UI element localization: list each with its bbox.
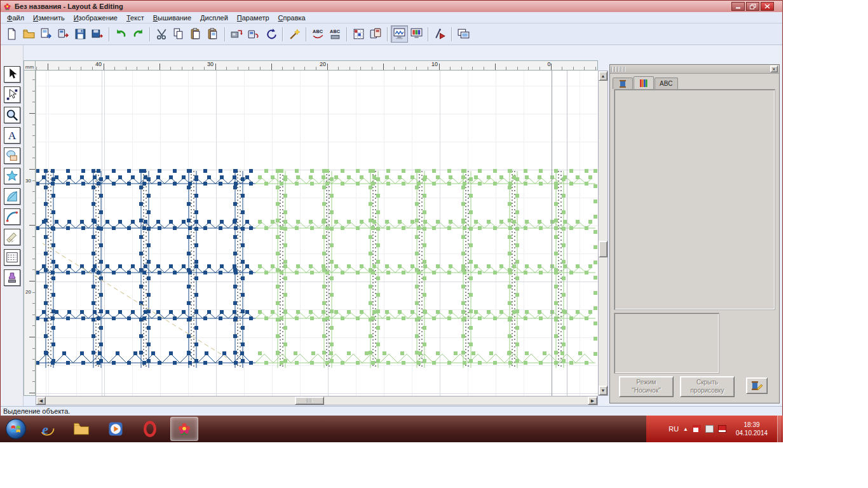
- point-edit-tool-button[interactable]: [4, 86, 20, 103]
- measure-tool-button[interactable]: [4, 229, 20, 245]
- stitch-pattern[interactable]: [36, 71, 598, 396]
- hidden-icons-chevron[interactable]: ▲: [683, 426, 688, 432]
- spool-tab[interactable]: [613, 78, 633, 89]
- wand-button[interactable]: [286, 25, 303, 43]
- tray-icon[interactable]: [705, 425, 714, 433]
- thread-edit-button[interactable]: [746, 377, 768, 394]
- import-card-icon: [57, 27, 70, 41]
- view-real-button[interactable]: [408, 25, 425, 43]
- open-button[interactable]: [20, 25, 37, 43]
- horizontal-scrollbar[interactable]: ◀ ▶: [36, 396, 598, 405]
- menu-item-3[interactable]: Текст: [122, 13, 149, 22]
- abc-tab[interactable]: ABC: [654, 78, 678, 89]
- taskbar-explorer-button[interactable]: [67, 417, 95, 441]
- taskbar-pe-design-button[interactable]: [170, 417, 198, 441]
- panel-close-button[interactable]: ×: [770, 65, 778, 72]
- select-tool-button[interactable]: [4, 66, 20, 83]
- cut-button[interactable]: [153, 25, 170, 43]
- title-bar[interactable]: Без названия - Layout & Editing: [1, 1, 782, 12]
- threads-tab[interactable]: [634, 76, 654, 89]
- shapes-tool-button[interactable]: [4, 147, 20, 164]
- rotate-button[interactable]: [262, 25, 280, 43]
- import-card-button[interactable]: [55, 25, 72, 43]
- import-design-icon: [39, 27, 53, 41]
- panel-title-strip[interactable]: ×: [610, 65, 779, 74]
- toolbar-separator: [451, 27, 452, 41]
- point-edit-icon: [5, 88, 19, 102]
- scroll-left-button[interactable]: ◀: [36, 396, 46, 405]
- copy-button[interactable]: [170, 25, 187, 43]
- clock[interactable]: 18:39 04.10.2014: [731, 421, 773, 437]
- status-text: Выделение объекта.: [3, 407, 70, 415]
- tray-icon[interactable]: [693, 425, 701, 433]
- taskbar-opera-button[interactable]: [136, 417, 164, 441]
- menu-item-4[interactable]: Вышивание: [149, 13, 196, 22]
- view-stitch-button[interactable]: [391, 25, 408, 43]
- card-pair-button[interactable]: [367, 25, 384, 43]
- text-tool-button[interactable]: A: [4, 127, 20, 144]
- restore-icon: [750, 4, 756, 10]
- scroll-up-button[interactable]: ▲: [599, 71, 607, 81]
- vertical-scrollbar[interactable]: ▲ ▼: [598, 71, 608, 396]
- import-design-button[interactable]: [37, 25, 55, 43]
- menu-item-0[interactable]: Файл: [3, 13, 29, 22]
- stitch-tool-button[interactable]: [4, 249, 20, 266]
- design-page-button[interactable]: [455, 25, 472, 43]
- redo-button[interactable]: [130, 25, 147, 43]
- spool-icon: [618, 79, 628, 88]
- hoop-edge-line: [567, 71, 567, 396]
- star-tool-button[interactable]: [4, 168, 20, 184]
- send-machine-button[interactable]: [228, 25, 245, 43]
- thread-edit-icon: [750, 380, 763, 391]
- vertical-scroll-thumb[interactable]: [599, 241, 607, 257]
- design-grid-button[interactable]: [350, 25, 367, 43]
- taskbar-ie-button[interactable]: e: [33, 417, 61, 441]
- show-desktop-button[interactable]: [777, 416, 782, 442]
- paste-button[interactable]: [187, 25, 205, 43]
- scroll-down-button[interactable]: ▼: [599, 386, 607, 395]
- panel-grip[interactable]: [611, 67, 625, 72]
- desktop: Без названия - Layout & Editing ФайлИзме…: [0, 0, 868, 488]
- cut-icon: [155, 27, 168, 41]
- main-toolbar: ABCABC: [1, 24, 782, 45]
- menu-item-6[interactable]: Параметр: [233, 13, 274, 22]
- stitch-icon: [5, 250, 19, 264]
- start-button[interactable]: [5, 418, 27, 440]
- undo-button[interactable]: [112, 25, 130, 43]
- menu-item-7[interactable]: Справка: [274, 13, 310, 22]
- paste-special-icon: [207, 27, 220, 41]
- toolbar-separator: [306, 27, 307, 41]
- new-button[interactable]: [3, 25, 20, 43]
- ruler-label: 40: [95, 61, 102, 67]
- clock-date: 04.10.2014: [731, 429, 773, 437]
- close-button[interactable]: [761, 2, 774, 11]
- save-button[interactable]: [72, 25, 89, 43]
- menu-item-5[interactable]: Дисплей: [196, 13, 233, 22]
- save-card-button[interactable]: [89, 25, 106, 43]
- language-indicator[interactable]: RU: [668, 425, 679, 433]
- horizontal-scroll-thumb[interactable]: [295, 396, 324, 405]
- paste-special-button[interactable]: [205, 25, 222, 43]
- scroll-right-button[interactable]: ▶: [588, 396, 597, 405]
- simulator-button[interactable]: [431, 25, 449, 43]
- zoom-tool-button[interactable]: [4, 107, 20, 123]
- restore-button[interactable]: [746, 2, 759, 11]
- menu-item-2[interactable]: Изображение: [69, 13, 122, 22]
- taskbar-media-button[interactable]: [102, 417, 130, 441]
- mode-button[interactable]: Режим"Носичок": [619, 376, 674, 397]
- stamp-tool-button[interactable]: [4, 269, 20, 286]
- arc-tool-button[interactable]: [4, 208, 20, 225]
- open-icon: [22, 27, 36, 41]
- minimize-button[interactable]: [731, 2, 745, 11]
- thread-list-box[interactable]: [614, 89, 775, 310]
- abc-machine-button[interactable]: ABC: [327, 25, 344, 43]
- hide-render-button[interactable]: Скрытьпрорисовку: [680, 376, 735, 397]
- window-title: Без названия - Layout & Editing: [15, 3, 123, 10]
- fan-tool-button[interactable]: [4, 188, 20, 205]
- send-card-button[interactable]: [245, 25, 262, 43]
- design-canvas[interactable]: [36, 71, 598, 396]
- tray-icon[interactable]: [718, 425, 726, 433]
- menu-item-1[interactable]: Изменить: [29, 13, 69, 22]
- simulator-icon: [433, 27, 447, 41]
- abc-fit-button[interactable]: ABC: [309, 25, 327, 43]
